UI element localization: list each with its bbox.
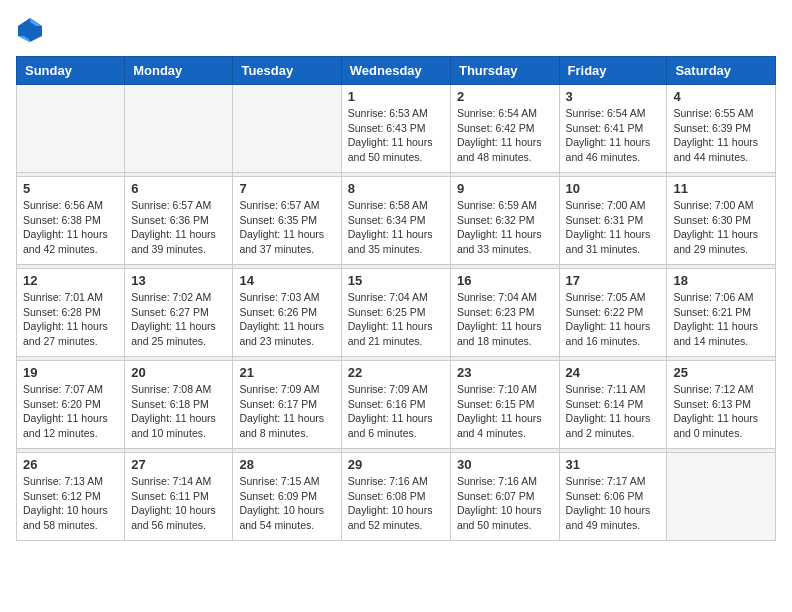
weekday-header: Tuesday [233,57,341,85]
calendar-day-cell: 11Sunrise: 7:00 AM Sunset: 6:30 PM Dayli… [667,177,776,265]
day-number: 31 [566,457,661,472]
day-number: 4 [673,89,769,104]
calendar-week-row: 1Sunrise: 6:53 AM Sunset: 6:43 PM Daylig… [17,85,776,173]
calendar-day-cell: 14Sunrise: 7:03 AM Sunset: 6:26 PM Dayli… [233,269,341,357]
day-number: 16 [457,273,553,288]
day-number: 8 [348,181,444,196]
calendar-day-cell: 30Sunrise: 7:16 AM Sunset: 6:07 PM Dayli… [450,453,559,541]
day-number: 3 [566,89,661,104]
day-number: 18 [673,273,769,288]
day-number: 13 [131,273,226,288]
day-info: Sunrise: 7:09 AM Sunset: 6:17 PM Dayligh… [239,382,334,441]
calendar-day-cell: 15Sunrise: 7:04 AM Sunset: 6:25 PM Dayli… [341,269,450,357]
day-number: 1 [348,89,444,104]
day-number: 21 [239,365,334,380]
day-info: Sunrise: 7:07 AM Sunset: 6:20 PM Dayligh… [23,382,118,441]
weekday-header: Wednesday [341,57,450,85]
day-info: Sunrise: 7:03 AM Sunset: 6:26 PM Dayligh… [239,290,334,349]
day-number: 19 [23,365,118,380]
day-info: Sunrise: 7:04 AM Sunset: 6:25 PM Dayligh… [348,290,444,349]
day-number: 23 [457,365,553,380]
calendar-day-cell: 6Sunrise: 6:57 AM Sunset: 6:36 PM Daylig… [125,177,233,265]
day-info: Sunrise: 7:11 AM Sunset: 6:14 PM Dayligh… [566,382,661,441]
day-number: 12 [23,273,118,288]
calendar-day-cell: 1Sunrise: 6:53 AM Sunset: 6:43 PM Daylig… [341,85,450,173]
day-info: Sunrise: 7:02 AM Sunset: 6:27 PM Dayligh… [131,290,226,349]
calendar-week-row: 19Sunrise: 7:07 AM Sunset: 6:20 PM Dayli… [17,361,776,449]
day-info: Sunrise: 6:57 AM Sunset: 6:36 PM Dayligh… [131,198,226,257]
page-header [16,16,776,44]
day-number: 25 [673,365,769,380]
calendar-day-cell: 28Sunrise: 7:15 AM Sunset: 6:09 PM Dayli… [233,453,341,541]
calendar-day-cell: 25Sunrise: 7:12 AM Sunset: 6:13 PM Dayli… [667,361,776,449]
calendar-day-cell: 24Sunrise: 7:11 AM Sunset: 6:14 PM Dayli… [559,361,667,449]
day-info: Sunrise: 6:58 AM Sunset: 6:34 PM Dayligh… [348,198,444,257]
weekday-header: Friday [559,57,667,85]
day-number: 10 [566,181,661,196]
calendar-day-cell: 13Sunrise: 7:02 AM Sunset: 6:27 PM Dayli… [125,269,233,357]
weekday-header: Monday [125,57,233,85]
calendar-day-cell: 12Sunrise: 7:01 AM Sunset: 6:28 PM Dayli… [17,269,125,357]
calendar-day-cell [233,85,341,173]
day-info: Sunrise: 7:05 AM Sunset: 6:22 PM Dayligh… [566,290,661,349]
day-number: 22 [348,365,444,380]
day-number: 27 [131,457,226,472]
day-info: Sunrise: 7:09 AM Sunset: 6:16 PM Dayligh… [348,382,444,441]
calendar-week-row: 12Sunrise: 7:01 AM Sunset: 6:28 PM Dayli… [17,269,776,357]
calendar-header-row: SundayMondayTuesdayWednesdayThursdayFrid… [17,57,776,85]
calendar-day-cell: 26Sunrise: 7:13 AM Sunset: 6:12 PM Dayli… [17,453,125,541]
calendar-day-cell: 18Sunrise: 7:06 AM Sunset: 6:21 PM Dayli… [667,269,776,357]
calendar-day-cell: 17Sunrise: 7:05 AM Sunset: 6:22 PM Dayli… [559,269,667,357]
day-info: Sunrise: 7:15 AM Sunset: 6:09 PM Dayligh… [239,474,334,533]
day-info: Sunrise: 7:16 AM Sunset: 6:08 PM Dayligh… [348,474,444,533]
day-number: 29 [348,457,444,472]
calendar: SundayMondayTuesdayWednesdayThursdayFrid… [16,56,776,541]
day-number: 2 [457,89,553,104]
day-number: 15 [348,273,444,288]
day-info: Sunrise: 7:17 AM Sunset: 6:06 PM Dayligh… [566,474,661,533]
calendar-week-row: 5Sunrise: 6:56 AM Sunset: 6:38 PM Daylig… [17,177,776,265]
day-number: 6 [131,181,226,196]
day-info: Sunrise: 6:59 AM Sunset: 6:32 PM Dayligh… [457,198,553,257]
logo-icon [16,16,44,44]
calendar-week-row: 26Sunrise: 7:13 AM Sunset: 6:12 PM Dayli… [17,453,776,541]
calendar-day-cell: 27Sunrise: 7:14 AM Sunset: 6:11 PM Dayli… [125,453,233,541]
calendar-day-cell: 4Sunrise: 6:55 AM Sunset: 6:39 PM Daylig… [667,85,776,173]
day-info: Sunrise: 6:55 AM Sunset: 6:39 PM Dayligh… [673,106,769,165]
day-info: Sunrise: 6:57 AM Sunset: 6:35 PM Dayligh… [239,198,334,257]
day-number: 5 [23,181,118,196]
day-info: Sunrise: 6:54 AM Sunset: 6:41 PM Dayligh… [566,106,661,165]
calendar-day-cell: 8Sunrise: 6:58 AM Sunset: 6:34 PM Daylig… [341,177,450,265]
day-number: 28 [239,457,334,472]
day-info: Sunrise: 7:14 AM Sunset: 6:11 PM Dayligh… [131,474,226,533]
day-info: Sunrise: 6:54 AM Sunset: 6:42 PM Dayligh… [457,106,553,165]
calendar-day-cell: 20Sunrise: 7:08 AM Sunset: 6:18 PM Dayli… [125,361,233,449]
calendar-day-cell: 21Sunrise: 7:09 AM Sunset: 6:17 PM Dayli… [233,361,341,449]
day-number: 30 [457,457,553,472]
logo [16,16,48,44]
day-number: 20 [131,365,226,380]
day-number: 7 [239,181,334,196]
calendar-day-cell [125,85,233,173]
day-info: Sunrise: 7:16 AM Sunset: 6:07 PM Dayligh… [457,474,553,533]
calendar-day-cell: 2Sunrise: 6:54 AM Sunset: 6:42 PM Daylig… [450,85,559,173]
day-info: Sunrise: 7:10 AM Sunset: 6:15 PM Dayligh… [457,382,553,441]
calendar-day-cell: 23Sunrise: 7:10 AM Sunset: 6:15 PM Dayli… [450,361,559,449]
day-info: Sunrise: 6:53 AM Sunset: 6:43 PM Dayligh… [348,106,444,165]
day-info: Sunrise: 7:12 AM Sunset: 6:13 PM Dayligh… [673,382,769,441]
day-number: 26 [23,457,118,472]
calendar-day-cell: 19Sunrise: 7:07 AM Sunset: 6:20 PM Dayli… [17,361,125,449]
day-info: Sunrise: 7:00 AM Sunset: 6:31 PM Dayligh… [566,198,661,257]
calendar-day-cell: 10Sunrise: 7:00 AM Sunset: 6:31 PM Dayli… [559,177,667,265]
calendar-day-cell: 3Sunrise: 6:54 AM Sunset: 6:41 PM Daylig… [559,85,667,173]
calendar-day-cell [17,85,125,173]
day-info: Sunrise: 7:06 AM Sunset: 6:21 PM Dayligh… [673,290,769,349]
calendar-day-cell: 9Sunrise: 6:59 AM Sunset: 6:32 PM Daylig… [450,177,559,265]
day-info: Sunrise: 7:08 AM Sunset: 6:18 PM Dayligh… [131,382,226,441]
weekday-header: Sunday [17,57,125,85]
day-info: Sunrise: 7:04 AM Sunset: 6:23 PM Dayligh… [457,290,553,349]
day-number: 11 [673,181,769,196]
weekday-header: Thursday [450,57,559,85]
calendar-day-cell [667,453,776,541]
day-info: Sunrise: 7:13 AM Sunset: 6:12 PM Dayligh… [23,474,118,533]
